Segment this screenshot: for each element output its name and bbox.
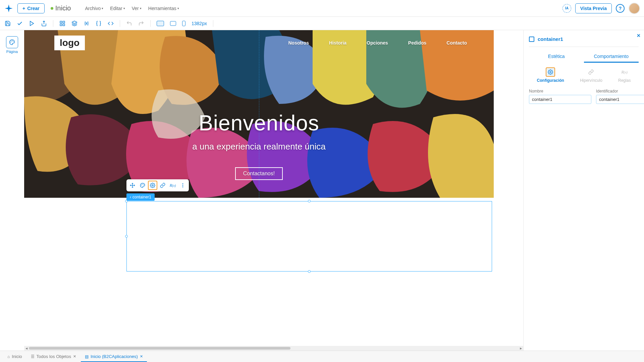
create-label: Crear <box>27 6 40 11</box>
tab-label: Todos los Objetos <box>37 354 71 359</box>
bottom-tab-bar: ⌂ Inicio ☰ Todos los Objetos ✕ ▤ Inicio … <box>0 351 644 362</box>
status-dot-icon <box>51 7 53 10</box>
chevron-left-icon: ‹ <box>130 195 131 199</box>
device-desktop-icon[interactable] <box>157 21 164 26</box>
close-icon[interactable]: ✕ <box>73 354 76 359</box>
separator <box>213 20 213 27</box>
name-label: Nombre <box>529 89 591 94</box>
horizontal-scrollbar[interactable]: ◀ ▶ <box>24 346 523 351</box>
device-tablet-icon[interactable] <box>170 21 176 26</box>
chevron-down-icon: ▾ <box>140 7 142 10</box>
settings-icon[interactable] <box>148 181 157 190</box>
resize-handle[interactable] <box>308 270 311 273</box>
hero-section[interactable]: logo Nosotros Historia Opciones Pedidos … <box>24 30 494 198</box>
menu-tools[interactable]: Herramientas▾ <box>148 6 179 11</box>
panel-header: container1 <box>529 34 639 47</box>
selected-container[interactable] <box>126 201 492 272</box>
name-input[interactable] <box>529 95 591 104</box>
selection-breadcrumb[interactable]: ‹ container1 <box>126 193 155 201</box>
svg-point-14 <box>143 184 143 184</box>
svg-point-9 <box>11 41 11 41</box>
move-icon[interactable] <box>128 181 137 190</box>
grid-icon[interactable] <box>59 20 65 26</box>
close-panel-icon[interactable]: ✕ <box>637 33 641 38</box>
svg-rect-2 <box>60 21 62 23</box>
undo-icon[interactable] <box>126 20 132 26</box>
element-toolbar: R(x) <box>126 179 189 191</box>
page-theme-button[interactable] <box>6 36 18 48</box>
ai-label: IA <box>565 6 569 10</box>
chevron-down-icon: ▾ <box>102 7 103 10</box>
check-icon[interactable] <box>17 20 23 26</box>
code-icon[interactable] <box>108 20 114 26</box>
bottom-tab-home[interactable]: ⌂ Inicio <box>3 351 26 362</box>
rules-icon[interactable]: R(x) <box>168 181 177 190</box>
panel-title: container1 <box>538 36 563 42</box>
scroll-left-icon[interactable]: ◀ <box>24 346 29 351</box>
create-button[interactable]: + Crear <box>17 3 45 13</box>
subtab-configuration[interactable]: Configuración <box>537 67 564 83</box>
nav-contact[interactable]: Contacto <box>446 40 467 46</box>
more-icon[interactable] <box>178 181 187 190</box>
scroll-right-icon[interactable]: ▶ <box>519 346 523 351</box>
nav-about[interactable]: Nosotros <box>288 40 309 46</box>
subtab-rules[interactable]: R(x) Reglas <box>618 67 631 83</box>
play-icon[interactable] <box>29 20 35 26</box>
left-gutter: Página <box>0 30 24 351</box>
help-icon[interactable]: ? <box>616 4 625 13</box>
main-area: Página <box>0 30 644 351</box>
svg-point-8 <box>13 42 14 42</box>
page-name-display[interactable]: Inicio <box>51 4 71 12</box>
resize-handle[interactable] <box>308 200 311 202</box>
preview-button[interactable]: Vista Previa <box>575 3 612 13</box>
subtab-hyperlink[interactable]: Hipervínculo <box>580 67 602 83</box>
user-avatar[interactable] <box>629 3 640 14</box>
svg-point-18 <box>152 185 153 186</box>
app-logo-icon[interactable] <box>4 4 13 13</box>
tab-aesthetics[interactable]: Estética <box>529 51 584 63</box>
close-icon[interactable]: ✕ <box>140 354 143 359</box>
menu-file[interactable]: Archivo▾ <box>85 6 103 11</box>
braces-icon[interactable] <box>96 20 102 26</box>
id-input[interactable] <box>596 95 644 104</box>
redo-icon[interactable] <box>138 20 144 26</box>
name-field-group: Nombre <box>529 89 591 104</box>
hero-nav: logo Nosotros Historia Opciones Pedidos … <box>24 35 494 50</box>
svg-marker-6 <box>72 21 77 23</box>
share-icon[interactable] <box>41 20 47 26</box>
palette-icon[interactable] <box>138 181 147 190</box>
ai-badge[interactable]: IA <box>562 4 571 13</box>
separator <box>150 20 151 27</box>
canvas-inner: logo Nosotros Historia Opciones Pedidos … <box>24 30 494 351</box>
separator <box>120 20 120 27</box>
menu-edit[interactable]: Editar▾ <box>110 6 125 11</box>
site-logo[interactable]: logo <box>54 36 85 50</box>
separator <box>53 20 53 27</box>
nav-history[interactable]: Historia <box>329 40 346 46</box>
variables-icon[interactable] <box>84 20 90 26</box>
selection-tag-label: container1 <box>132 195 151 199</box>
menu-view[interactable]: Ver▾ <box>132 6 142 11</box>
tab-behavior[interactable]: Comportamiento <box>584 51 639 63</box>
device-mobile-icon[interactable] <box>182 21 185 26</box>
canvas-area[interactable]: logo Nosotros Historia Opciones Pedidos … <box>24 30 523 351</box>
top-bar: + Crear Inicio Archivo▾ Editar▾ Ver▾ Her… <box>0 0 644 17</box>
svg-point-10 <box>11 42 11 43</box>
link-icon[interactable] <box>158 181 167 190</box>
hero-subtitle[interactable]: a una experiencia realmente única <box>24 141 494 152</box>
nav-orders[interactable]: Pedidos <box>408 40 426 46</box>
hero-title[interactable]: Bienvenidos <box>24 111 494 135</box>
resize-handle[interactable] <box>125 235 128 238</box>
svg-point-19 <box>182 183 183 184</box>
save-icon[interactable] <box>5 20 11 26</box>
svg-point-7 <box>12 41 13 41</box>
subtab-label: Configuración <box>537 78 564 83</box>
layers-icon[interactable] <box>71 20 77 26</box>
hero-cta-button[interactable]: Contactanos! <box>235 167 283 180</box>
nav-options[interactable]: Opciones <box>367 40 388 46</box>
bottom-tab-active-page[interactable]: ▤ Inicio (B2CAplicaciones) ✕ <box>81 351 147 362</box>
svg-rect-5 <box>60 24 62 25</box>
bottom-tab-all-objects[interactable]: ☰ Todos los Objetos ✕ <box>27 351 80 362</box>
link-icon <box>586 67 596 77</box>
menu-edit-label: Editar <box>110 6 122 11</box>
